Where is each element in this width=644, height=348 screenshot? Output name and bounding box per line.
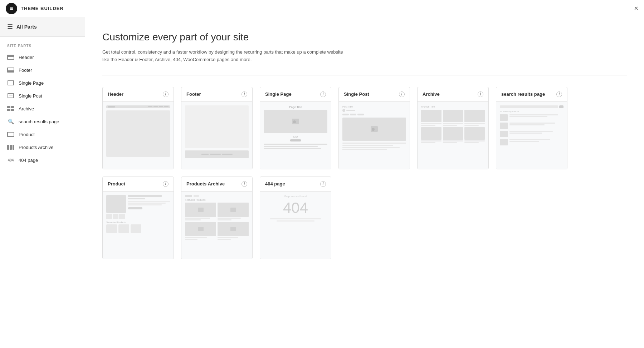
sidebar-item-footer[interactable]: Footer (0, 64, 85, 76)
sidebar-item-single-post[interactable]: Single Post (0, 89, 85, 102)
info-icon[interactable]: i (556, 91, 562, 97)
footer-line (222, 154, 233, 155)
archive-item-image (443, 127, 463, 140)
sidebar-item-single-page[interactable]: Single Page (0, 76, 85, 89)
card-single-post[interactable]: Single Post i Post Title (338, 87, 410, 169)
pa-item-line (185, 218, 210, 219)
pa-item-line (218, 239, 231, 240)
info-icon[interactable]: i (320, 91, 326, 97)
card-footer[interactable]: Footer i (181, 87, 253, 169)
list-icon: ☰ (7, 23, 13, 31)
pa-item-image (185, 203, 216, 217)
sidebar-item-search-results[interactable]: 🔍 search results page (0, 115, 85, 128)
post-line (342, 149, 387, 150)
pa-item (218, 222, 249, 240)
post-image (342, 118, 406, 141)
image-icon (371, 126, 378, 132)
info-icon[interactable]: i (241, 181, 247, 187)
card-header[interactable]: Header i (102, 87, 174, 169)
products-archive-icon (7, 144, 14, 150)
sidebar-all-parts[interactable]: ☰ All Parts (0, 17, 85, 37)
page-title-label: Page Title (264, 105, 327, 109)
archive-item-line (421, 123, 441, 124)
sidebar-item-products-archive[interactable]: Products Archive (0, 141, 85, 154)
result-line (509, 116, 547, 117)
nav-line (164, 106, 169, 107)
header-preview (106, 105, 170, 165)
post-line (342, 143, 406, 144)
result-thumbnail (500, 131, 508, 137)
post-line (342, 147, 400, 148)
elementor-logo: ≡ (6, 3, 17, 14)
content-line (264, 146, 318, 147)
card-single-page[interactable]: Single Page i Page Title CTA (260, 87, 331, 169)
sidebar-item-product[interactable]: Product (0, 128, 85, 141)
pa-item-image (218, 222, 249, 236)
info-icon[interactable]: i (163, 181, 169, 187)
archive-item-line (443, 123, 463, 124)
page-image (264, 110, 327, 133)
archive-item-image (421, 110, 441, 122)
404-lines (264, 218, 327, 222)
product-preview: Suggested Products (106, 195, 170, 255)
section-divider (102, 75, 627, 75)
page-title: Customize every part of your site (102, 31, 627, 43)
archive-item-line (421, 142, 435, 143)
result-line (509, 123, 555, 124)
prod-line (128, 203, 166, 204)
archive-item-line (421, 125, 435, 126)
site-parts-label: SITE PARTS (0, 37, 85, 51)
archive-item-line (443, 125, 457, 126)
sidebar-item-label: search results page (19, 119, 59, 124)
product-desc-lines (128, 201, 170, 205)
sidebar-item-label: Products Archive (19, 145, 54, 150)
card-product[interactable]: Product i (102, 177, 174, 259)
sidebar-item-404[interactable]: 404 404 page (0, 154, 85, 166)
pa-item (185, 203, 216, 220)
sidebar-item-archive[interactable]: Archive (0, 102, 85, 115)
info-icon[interactable]: i (399, 91, 405, 97)
archive-item-image (464, 110, 485, 122)
sidebar-item-label: 404 page (19, 158, 38, 163)
products-archive-preview: Featured Products (185, 195, 249, 255)
author-name (346, 110, 355, 111)
single-post-preview: Post Title (342, 105, 406, 165)
archive-item-line (443, 142, 457, 143)
result-line (509, 141, 539, 142)
header-content-block (106, 110, 170, 157)
result-line (509, 114, 558, 115)
info-icon[interactable]: i (478, 91, 483, 97)
info-icon[interactable]: i (163, 91, 169, 97)
single-page-preview: Page Title CTA (264, 105, 327, 165)
logo-block (108, 106, 115, 108)
archive-item-image (443, 110, 463, 122)
top-bar: ≡ THEME BUILDER × (0, 0, 644, 17)
card-products-archive[interactable]: Products Archive i Featured Products (181, 177, 253, 259)
card-search-results[interactable]: search results page i 12 Matching Result… (496, 87, 567, 169)
card-header-bar: Archive i (418, 87, 488, 102)
result-thumbnail (500, 114, 508, 121)
search-icon: 🔍 (7, 119, 14, 124)
pa-header (185, 195, 249, 197)
search-bar (500, 105, 564, 108)
nav-line (153, 106, 158, 107)
sidebar-item-header[interactable]: Header (0, 51, 85, 64)
search-input-block (500, 105, 558, 108)
archive-item (443, 127, 463, 143)
card-archive[interactable]: Archive i Archive Title (417, 87, 489, 169)
card-404[interactable]: 404 page i Page was not found 404 (260, 177, 331, 259)
product-title-line (128, 195, 162, 197)
card-title: search results page (501, 91, 545, 97)
nav-line (159, 106, 163, 107)
close-button[interactable]: × (634, 4, 638, 13)
result-lines (509, 131, 564, 134)
tag (342, 114, 349, 115)
archive-item-line (421, 140, 441, 141)
suggested-item (118, 224, 129, 233)
search-count: 12 Matching Results (500, 110, 564, 113)
info-icon[interactable]: i (241, 91, 247, 97)
card-title: Single Post (344, 91, 369, 97)
product-main-image (106, 195, 126, 213)
info-icon[interactable]: i (320, 181, 326, 187)
archive-item (421, 127, 441, 143)
